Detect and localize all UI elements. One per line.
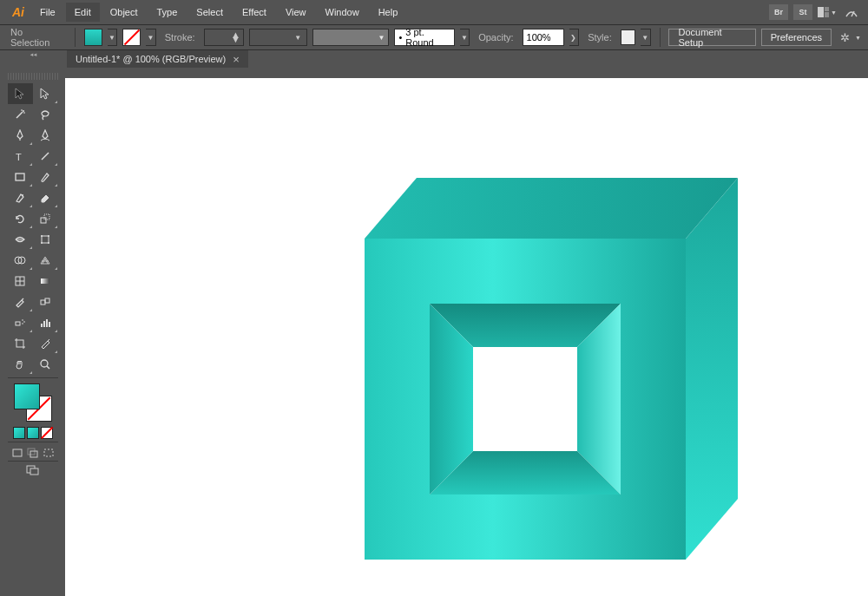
zoom-tool[interactable] xyxy=(33,354,58,375)
artwork-3d-frame[interactable] xyxy=(291,165,742,596)
line-segment-tool[interactable] xyxy=(33,146,58,167)
gradient-tool[interactable] xyxy=(33,271,58,291)
selection-tool[interactable] xyxy=(8,83,33,104)
width-tool[interactable] xyxy=(8,229,33,250)
svg-rect-34 xyxy=(46,319,48,327)
svg-rect-33 xyxy=(43,321,45,327)
eyedropper-tool[interactable] xyxy=(8,291,33,312)
ai-logo: Ai xyxy=(7,5,30,19)
menu-object[interactable]: Object xyxy=(102,3,147,22)
slice-tool[interactable] xyxy=(33,333,58,354)
svg-rect-13 xyxy=(44,214,49,219)
opacity-input[interactable]: 100% xyxy=(523,29,564,46)
menu-type[interactable]: Type xyxy=(148,3,187,22)
fill-color-box[interactable] xyxy=(14,383,40,409)
menu-effect[interactable]: Effect xyxy=(233,3,275,22)
eraser-tool[interactable] xyxy=(33,187,58,208)
svg-line-4 xyxy=(16,112,23,118)
brush-dot-icon: • xyxy=(398,32,402,43)
arrange-documents-icon[interactable]: ▼ xyxy=(818,4,837,20)
color-mode-swatch[interactable] xyxy=(13,427,25,439)
rotate-tool[interactable] xyxy=(8,208,33,229)
svg-rect-32 xyxy=(41,324,43,327)
none-mode-swatch[interactable] xyxy=(41,427,53,439)
tool-grabber[interactable] xyxy=(8,73,58,80)
type-tool[interactable]: T xyxy=(8,146,33,167)
fill-stroke-control[interactable] xyxy=(14,383,52,422)
brush-def-stroke[interactable]: ▼ xyxy=(312,29,389,46)
stroke-label: Stroke: xyxy=(161,32,199,43)
direct-selection-tool[interactable] xyxy=(33,83,58,104)
svg-rect-12 xyxy=(41,218,46,223)
align-to-icon[interactable]: ✲ xyxy=(840,31,850,44)
menu-window[interactable]: Window xyxy=(317,3,368,22)
stock-button[interactable]: St xyxy=(793,4,812,20)
svg-line-9 xyxy=(42,153,49,160)
menu-help[interactable]: Help xyxy=(370,3,407,22)
scale-tool[interactable] xyxy=(33,208,58,229)
gpu-perf-icon[interactable] xyxy=(842,4,861,20)
perspective-grid-tool[interactable] xyxy=(33,250,58,271)
draw-behind-icon[interactable] xyxy=(27,448,39,458)
mesh-tool[interactable] xyxy=(8,271,33,291)
menu-view[interactable]: View xyxy=(277,3,315,22)
curvature-tool[interactable] xyxy=(33,125,58,146)
shape-builder-tool[interactable] xyxy=(8,250,33,271)
svg-rect-36 xyxy=(16,340,23,347)
free-transform-tool[interactable] xyxy=(33,229,58,250)
canvas[interactable] xyxy=(65,78,868,596)
opacity-dropdown-icon[interactable]: ❯ xyxy=(569,29,580,46)
menu-file[interactable]: File xyxy=(31,3,64,22)
pen-tool[interactable] xyxy=(8,125,33,146)
menu-edit[interactable]: Edit xyxy=(66,3,100,22)
style-dropdown-icon[interactable]: ▼ xyxy=(641,29,651,46)
draw-normal-icon[interactable] xyxy=(11,448,23,458)
svg-rect-26 xyxy=(41,300,45,305)
document-tab-bar: Untitled-1* @ 100% (RGB/Preview) × xyxy=(0,50,868,68)
document-setup-button[interactable]: Document Setup xyxy=(668,29,755,46)
fill-dropdown-icon[interactable]: ▼ xyxy=(108,29,118,46)
brush-definition[interactable]: • 3 pt. Round xyxy=(394,29,454,46)
screen-mode-icon[interactable] xyxy=(26,465,40,475)
tools-panel: T xyxy=(0,50,65,596)
gradient-mode-swatch[interactable] xyxy=(27,427,39,439)
svg-point-11 xyxy=(22,194,23,196)
svg-line-41 xyxy=(48,339,49,341)
stroke-stepper-icon[interactable]: ▲▼ xyxy=(231,33,240,42)
svg-rect-47 xyxy=(44,449,53,456)
svg-point-30 xyxy=(23,321,25,323)
svg-point-19 xyxy=(48,242,49,244)
selection-label: No Selection xyxy=(7,27,66,48)
style-swatch[interactable] xyxy=(621,29,635,45)
symbol-sprayer-tool[interactable] xyxy=(8,312,33,333)
draw-inside-icon[interactable] xyxy=(43,448,55,458)
variable-width-profile[interactable]: ▼ xyxy=(249,29,307,46)
brush-dropdown-icon[interactable]: ▼ xyxy=(460,29,470,46)
stroke-dropdown-icon[interactable]: ▼ xyxy=(146,29,156,46)
paintbrush-tool[interactable] xyxy=(33,167,58,187)
shaper-tool[interactable] xyxy=(8,187,33,208)
document-tab[interactable]: Untitled-1* @ 100% (RGB/Preview) × xyxy=(67,50,248,68)
menu-bar: Ai File Edit Object Type Select Effect V… xyxy=(0,0,868,24)
svg-line-43 xyxy=(47,366,49,369)
fill-swatch[interactable] xyxy=(84,29,102,46)
close-tab-icon[interactable]: × xyxy=(233,53,240,66)
svg-point-42 xyxy=(41,360,48,367)
tools-collapse-icon[interactable] xyxy=(0,50,65,59)
magic-wand-tool[interactable] xyxy=(8,104,33,125)
stroke-weight-input[interactable]: ▲▼ xyxy=(204,29,244,46)
hand-tool[interactable] xyxy=(8,354,33,375)
blend-tool[interactable] xyxy=(33,291,58,312)
menu-select[interactable]: Select xyxy=(187,3,232,22)
bridge-button[interactable]: Br xyxy=(769,4,788,20)
lasso-tool[interactable] xyxy=(33,104,58,125)
artboard-tool[interactable] xyxy=(8,333,33,354)
svg-point-16 xyxy=(41,235,43,237)
menu-right-group: Br St ▼ xyxy=(769,4,861,20)
stroke-swatch[interactable] xyxy=(122,29,141,46)
preferences-button[interactable]: Preferences xyxy=(761,29,832,46)
svg-rect-15 xyxy=(42,236,49,243)
rectangle-tool[interactable] xyxy=(8,167,33,187)
column-graph-tool[interactable] xyxy=(33,312,58,333)
svg-text:T: T xyxy=(16,152,22,162)
